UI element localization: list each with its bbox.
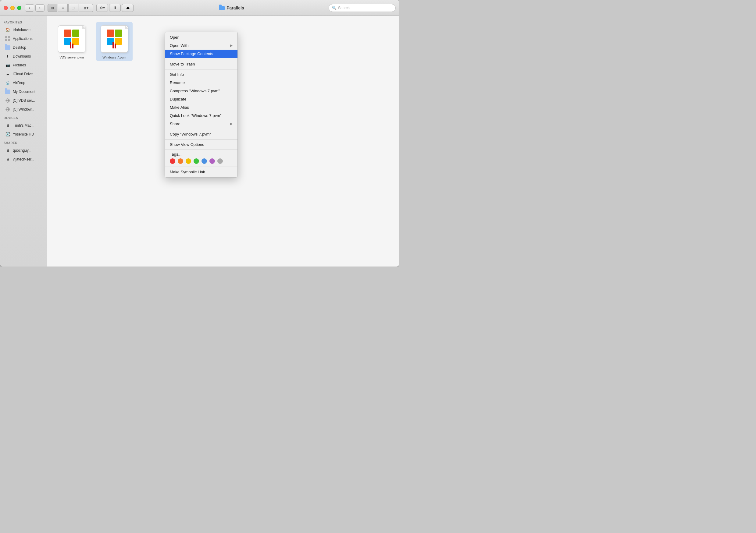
sidebar-item-window[interactable]: [C] Window...: [1, 105, 46, 114]
ctx-open-label: Open: [170, 35, 179, 39]
ctx-make-alias[interactable]: Make Alias: [165, 103, 237, 112]
window-title: Parallels: [227, 6, 244, 10]
ctx-share[interactable]: Share ▶: [165, 120, 237, 128]
file-area: VDS server.pvm: [47, 16, 399, 266]
sidebar-item-pictures[interactable]: 📷 Pictures: [1, 61, 46, 69]
search-bar[interactable]: 🔍 Search: [329, 4, 396, 12]
tag-gray[interactable]: [217, 158, 223, 164]
pvm-icon-windows7: [101, 25, 128, 53]
file-icon-windows7: [99, 24, 129, 54]
sidebar-item-desktop-label: Desktop: [13, 45, 26, 50]
column-view-button[interactable]: ⊟: [68, 4, 78, 12]
file-item-vds-server[interactable]: VDS server.pvm: [53, 22, 90, 61]
search-icon: 🔍: [332, 6, 337, 10]
sidebar-item-yosemite-hd[interactable]: 💽 Yosemite HD: [1, 130, 46, 139]
ctx-compress[interactable]: Compress "Windows 7.pvm": [165, 87, 237, 95]
ctx-make-symbolic-link[interactable]: Make Symbolic Link: [165, 168, 237, 176]
tag-yellow[interactable]: [186, 158, 191, 164]
icon-view-button[interactable]: ⊞: [47, 4, 57, 12]
vijatech-icon: 🖥: [5, 157, 10, 162]
ctx-open-with-arrow: ▶: [230, 43, 232, 47]
tag-blue[interactable]: [202, 158, 207, 164]
action-button[interactable]: ⚙▾: [96, 4, 108, 12]
svg-rect-3: [8, 39, 10, 41]
airdrop-icon: 📡: [5, 80, 10, 86]
ctx-tag-dots: [170, 158, 232, 164]
ctx-share-arrow: ▶: [230, 122, 232, 126]
share-button[interactable]: ⬆: [109, 4, 121, 12]
icloud-icon: ☁: [5, 71, 10, 77]
finder-window: ‹ › ⊞ ≡ ⊟ ⊠▾ ⚙▾ ⬆ ⏏ Parallels 🔍 Search F…: [0, 0, 399, 266]
close-button[interactable]: [4, 6, 8, 10]
sidebar-item-window-label: [C] Window...: [13, 107, 35, 112]
ctx-get-info[interactable]: Get Info: [165, 70, 237, 79]
pictures-icon: 📷: [5, 63, 10, 68]
coverflow-view-button[interactable]: ⊠▾: [79, 4, 93, 12]
ctx-sep-1: [165, 59, 237, 59]
ctx-move-to-trash[interactable]: Move to Trash: [165, 60, 237, 68]
window-icon: [5, 107, 10, 112]
devices-label: Devices: [0, 114, 47, 121]
minimize-button[interactable]: [10, 6, 14, 10]
tag-purple[interactable]: [209, 158, 215, 164]
list-view-button[interactable]: ≡: [58, 4, 68, 12]
nav-buttons: ‹ ›: [25, 4, 44, 12]
folder-icon: [219, 6, 225, 10]
ctx-show-package-contents[interactable]: Show Package Contents: [165, 50, 237, 58]
sidebar-item-applications[interactable]: Applications: [1, 35, 46, 43]
sidebar-item-downloads-label: Downloads: [13, 54, 31, 59]
view-controls: ⊞ ≡ ⊟ ⊠▾: [47, 4, 93, 12]
sidebar-item-icloud-label: iCloud Drive: [13, 72, 33, 76]
sidebar-item-desktop[interactable]: Desktop: [1, 43, 46, 52]
maximize-button[interactable]: [17, 6, 21, 10]
ctx-open-with[interactable]: Open With ▶: [165, 41, 237, 50]
yosemite-hd-icon: 💽: [5, 132, 10, 137]
sidebar-item-yosemite-hd-label: Yosemite HD: [13, 132, 34, 137]
ctx-show-view-options-label: Show View Options: [170, 142, 204, 147]
ctx-show-view-options[interactable]: Show View Options: [165, 140, 237, 149]
ctx-tags-section: Tags...: [165, 151, 237, 166]
desktop-icon: [5, 45, 10, 50]
main-content: Favorites 🏠 trinhducviet Applications De…: [0, 16, 399, 266]
tag-green[interactable]: [194, 158, 199, 164]
eject-button[interactable]: ⏏: [122, 4, 134, 12]
sidebar-item-pictures-label: Pictures: [13, 63, 26, 67]
sidebar-item-vijatech[interactable]: 🖥 vijatech-ser...: [1, 155, 46, 164]
tag-red[interactable]: [170, 158, 175, 164]
sidebar-item-applications-label: Applications: [13, 37, 33, 41]
ctx-copy[interactable]: Copy "Windows 7.pvm": [165, 130, 237, 138]
sidebar-item-trinhducviet[interactable]: 🏠 trinhducviet: [1, 26, 46, 34]
sidebar-item-icloud-drive[interactable]: ☁ iCloud Drive: [1, 70, 46, 78]
sidebar-item-vds-ser[interactable]: [C] VDS ser...: [1, 96, 46, 105]
sidebar-item-my-document[interactable]: My Document: [1, 88, 46, 96]
file-label-vds-server: VDS server.pvm: [60, 55, 84, 59]
tag-orange[interactable]: [178, 158, 183, 164]
search-placeholder: Search: [338, 6, 350, 10]
ctx-duplicate[interactable]: Duplicate: [165, 95, 237, 103]
file-label-windows7: Windows 7.pvm: [102, 55, 126, 59]
sidebar-item-my-document-label: My Document: [13, 89, 35, 94]
ctx-sep-4: [165, 139, 237, 140]
ctx-quick-look[interactable]: Quick Look "Windows 7.pvm": [165, 112, 237, 120]
sidebar-item-downloads[interactable]: ⬇ Downloads: [1, 52, 46, 61]
ctx-open[interactable]: Open: [165, 33, 237, 41]
sidebar-item-trinhs-mac[interactable]: 🖥 Trinh's Mac...: [1, 121, 46, 130]
ctx-rename-label: Rename: [170, 80, 185, 85]
svg-rect-1: [8, 36, 10, 38]
forward-button[interactable]: ›: [35, 4, 44, 12]
house-icon: 🏠: [5, 27, 10, 33]
title-bar: ‹ › ⊞ ≡ ⊟ ⊠▾ ⚙▾ ⬆ ⏏ Parallels 🔍 Search: [0, 0, 399, 16]
ctx-quick-look-label: Quick Look "Windows 7.pvm": [170, 113, 222, 118]
sidebar-item-quocnguy-label: quocnguy...: [13, 148, 31, 153]
ctx-copy-label: Copy "Windows 7.pvm": [170, 132, 211, 137]
file-item-windows7[interactable]: Windows 7.pvm: [96, 22, 133, 61]
ctx-rename[interactable]: Rename: [165, 79, 237, 87]
sidebar-item-airdrop[interactable]: 📡 AirDrop: [1, 79, 46, 87]
favorites-label: Favorites: [0, 18, 47, 25]
ctx-make-symbolic-link-label: Make Symbolic Link: [170, 170, 205, 174]
sidebar-item-quocnguy[interactable]: 🖥 quocnguy...: [1, 146, 46, 155]
ctx-duplicate-label: Duplicate: [170, 97, 186, 101]
ctx-open-with-label: Open With: [170, 43, 188, 48]
ctx-show-package-contents-label: Show Package Contents: [170, 51, 213, 56]
back-button[interactable]: ‹: [25, 4, 34, 12]
